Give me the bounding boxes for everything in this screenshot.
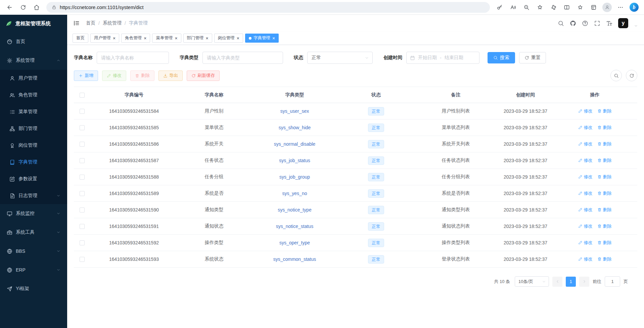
read-aloud-button[interactable]: [507, 1, 519, 13]
tab-menu[interactable]: 菜单管理×: [152, 34, 181, 43]
sidebar-item-dict[interactable]: 字典管理: [0, 154, 67, 171]
sidebar-item-home[interactable]: 首页: [0, 32, 67, 51]
dict-type-link[interactable]: sys_oper_type: [279, 240, 310, 245]
edit-link[interactable]: 修改: [578, 256, 593, 262]
row-checkbox[interactable]: [80, 109, 85, 114]
dict-type-link[interactable]: sys_notice_type: [278, 207, 311, 213]
site-info-lock-icon[interactable]: [52, 5, 56, 10]
edit-link[interactable]: 修改: [578, 190, 593, 196]
tab-close-icon[interactable]: ×: [237, 36, 239, 41]
sidebar-item-menu[interactable]: 菜单管理: [0, 103, 67, 120]
row-checkbox[interactable]: [80, 257, 85, 262]
tab-home[interactable]: 首页: [73, 34, 88, 43]
export-button[interactable]: 导出: [158, 71, 183, 81]
edit-link[interactable]: 修改: [578, 157, 593, 163]
tab-user[interactable]: 用户管理×: [90, 34, 119, 43]
sidebar-item-user[interactable]: 用户管理: [0, 70, 67, 87]
delete-link[interactable]: 删除: [597, 157, 612, 163]
tab-close-icon[interactable]: ×: [272, 36, 275, 41]
tab-close-icon[interactable]: ×: [113, 36, 116, 41]
sidebar-item-system[interactable]: 系统管理: [0, 51, 67, 70]
row-checkbox[interactable]: [80, 224, 85, 229]
sidebar-item-post[interactable]: 岗位管理: [0, 137, 67, 154]
goto-page-input[interactable]: [605, 276, 620, 287]
dict-type-link[interactable]: sys_common_status: [273, 256, 316, 262]
prev-page-button[interactable]: [552, 277, 562, 287]
dict-type-link[interactable]: sys_yes_no: [282, 191, 307, 196]
create-time-range-picker[interactable]: 开始日期 - 结束日期: [406, 52, 479, 64]
refresh-table-button[interactable]: [626, 70, 637, 81]
delete-link[interactable]: 删除: [597, 190, 612, 196]
delete-link[interactable]: 删除: [597, 240, 612, 246]
delete-button[interactable]: 删除: [130, 71, 154, 81]
tab-dept[interactable]: 部门管理×: [183, 34, 212, 43]
edit-link[interactable]: 修改: [578, 141, 593, 147]
page-1-button[interactable]: 1: [566, 277, 576, 287]
delete-link[interactable]: 删除: [597, 108, 612, 114]
dict-type-input[interactable]: [202, 52, 283, 64]
edit-link[interactable]: 修改: [578, 125, 593, 131]
browser-home-button[interactable]: [30, 1, 43, 13]
row-checkbox[interactable]: [80, 125, 85, 130]
row-checkbox[interactable]: [80, 191, 85, 196]
row-checkbox[interactable]: [80, 240, 85, 245]
delete-link[interactable]: 删除: [597, 223, 612, 229]
zoom-button[interactable]: [520, 1, 533, 13]
sidebar-item-monitor[interactable]: 系统监控: [0, 204, 67, 223]
page-size-select[interactable]: 10条/页: [515, 276, 549, 287]
edit-link[interactable]: 修改: [578, 240, 593, 246]
search-button[interactable]: 搜索: [488, 52, 515, 63]
select-all-checkbox[interactable]: [80, 93, 85, 98]
header-search-icon[interactable]: [558, 20, 564, 27]
dict-name-input[interactable]: [97, 52, 169, 64]
delete-link[interactable]: 删除: [597, 141, 612, 147]
avatar-caret-icon[interactable]: [634, 24, 638, 28]
profile-avatar[interactable]: [602, 3, 612, 12]
tab-dict[interactable]: 字典管理×: [245, 34, 279, 43]
github-icon[interactable]: [570, 20, 576, 27]
refresh-cache-button[interactable]: 刷新缓存: [187, 71, 220, 81]
delete-link[interactable]: 删除: [597, 207, 612, 213]
dict-type-link[interactable]: sys_job_status: [279, 158, 310, 163]
toggle-search-button[interactable]: [610, 70, 622, 81]
collections-button[interactable]: [587, 1, 600, 13]
edit-link[interactable]: 修改: [578, 223, 593, 229]
sidebar-item-tool[interactable]: 系统工具: [0, 223, 67, 242]
password-manager-button[interactable]: [493, 1, 506, 13]
sidebar-item-log[interactable]: 日志管理: [0, 187, 67, 204]
edit-link[interactable]: 修改: [578, 207, 593, 213]
sidebar-item-dept[interactable]: 部门管理: [0, 120, 67, 137]
tab-close-icon[interactable]: ×: [206, 36, 209, 41]
sidebar-item-role[interactable]: 角色管理: [0, 87, 67, 103]
delete-link[interactable]: 删除: [597, 256, 612, 262]
dict-type-link[interactable]: sys_notice_status: [276, 224, 313, 229]
next-page-button[interactable]: [579, 277, 589, 287]
sidebar-collapse-icon[interactable]: [73, 20, 80, 27]
add-favorite-button[interactable]: [534, 1, 546, 13]
edit-button[interactable]: 修改: [102, 71, 126, 81]
tab-post[interactable]: 岗位管理×: [214, 34, 243, 43]
user-avatar-logo[interactable]: y: [618, 18, 628, 28]
help-icon[interactable]: [582, 20, 588, 27]
edit-link[interactable]: 修改: [578, 174, 593, 180]
browser-back-button[interactable]: [3, 1, 16, 13]
sidebar-item-config[interactable]: 参数设置: [0, 171, 67, 187]
dict-type-link[interactable]: sys_show_hide: [279, 125, 311, 130]
browser-menu-button[interactable]: [614, 1, 627, 13]
row-checkbox[interactable]: [80, 158, 85, 163]
dict-type-link[interactable]: sys_normal_disable: [274, 141, 316, 147]
url-text[interactable]: https://ccnetcore.com:1101/system/dict: [60, 5, 144, 10]
font-size-icon[interactable]: [606, 20, 612, 27]
status-select[interactable]: 正常: [307, 52, 373, 64]
address-bar[interactable]: https://ccnetcore.com:1101/system/dict: [46, 2, 490, 13]
row-checkbox[interactable]: [80, 142, 85, 147]
dict-type-link[interactable]: sys_job_group: [279, 174, 310, 180]
breadcrumb-home[interactable]: 首页: [86, 20, 95, 26]
edit-link[interactable]: 修改: [578, 108, 593, 114]
sidebar-item-yi[interactable]: Yi框架: [0, 279, 67, 298]
sidebar-item-erp[interactable]: ERP: [0, 261, 67, 279]
tab-close-icon[interactable]: ×: [175, 36, 177, 41]
fullscreen-icon[interactable]: [594, 20, 600, 27]
tab-close-icon[interactable]: ×: [144, 36, 146, 41]
split-screen-button[interactable]: [560, 1, 573, 13]
